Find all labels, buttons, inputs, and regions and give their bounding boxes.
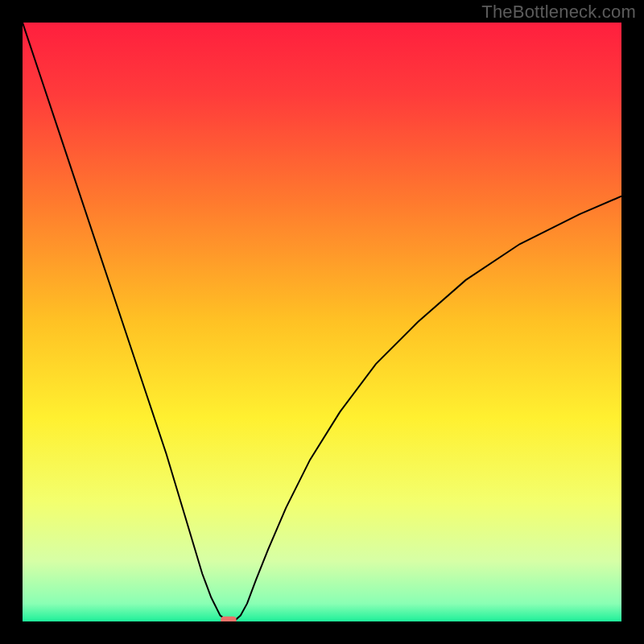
plot-area <box>23 23 621 621</box>
minimum-marker <box>221 617 236 621</box>
watermark-text: TheBottleneck.com <box>481 2 636 23</box>
chart-svg <box>23 23 621 621</box>
gradient-background <box>23 23 621 621</box>
chart-container: TheBottleneck.com <box>0 0 644 644</box>
